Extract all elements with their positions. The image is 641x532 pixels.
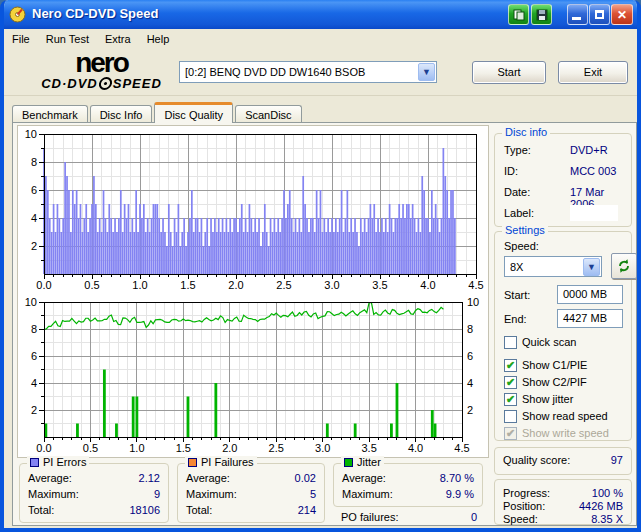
app-icon bbox=[9, 6, 26, 23]
stat-row-value: 2.12 bbox=[139, 472, 160, 487]
settings-title: Settings bbox=[502, 224, 548, 236]
maximize-button[interactable] bbox=[589, 4, 610, 25]
svg-text:6: 6 bbox=[467, 350, 473, 362]
jitter-pif-chart: 0.00.51.01.52.02.53.03.54.04.52468102468… bbox=[18, 294, 488, 457]
menu-item-extra[interactable]: Extra bbox=[97, 31, 139, 47]
settings-box: Settings Speed: 8X ▼ Start: 0000 MB End:… bbox=[494, 231, 632, 441]
svg-text:10: 10 bbox=[467, 296, 479, 308]
checkbox-show-read-speed[interactable]: Show read speed bbox=[504, 409, 608, 423]
stat-row-value: 18106 bbox=[129, 504, 160, 519]
svg-text:4: 4 bbox=[31, 212, 37, 224]
disc-info-row: Type:DVD+R bbox=[504, 144, 622, 159]
checkbox-box: ✔ bbox=[504, 376, 517, 389]
save-button[interactable] bbox=[531, 4, 552, 25]
checkbox-box: ✔ bbox=[504, 427, 517, 440]
pi-failures-box: PI Failures Average:0.02Maximum:5Total:2… bbox=[177, 463, 325, 523]
checkbox-label: Show read speed bbox=[522, 410, 608, 422]
pi-failures-title: PI Failures bbox=[201, 456, 254, 468]
disc-info-row: Date:17 Mar 2006 bbox=[504, 186, 622, 201]
checkbox-box: ✔ bbox=[504, 359, 517, 372]
svg-text:4.0: 4.0 bbox=[420, 279, 435, 291]
svg-text:0.0: 0.0 bbox=[36, 442, 51, 454]
checkbox-label: Quick scan bbox=[522, 336, 576, 348]
tab-benchmark[interactable]: Benchmark bbox=[12, 105, 88, 123]
menu-item-file[interactable]: File bbox=[4, 31, 38, 47]
svg-text:0.5: 0.5 bbox=[83, 442, 98, 454]
chevron-down-icon[interactable]: ▼ bbox=[418, 63, 435, 81]
checkbox-label: Show write speed bbox=[522, 427, 609, 439]
stat-row: Total:18106 bbox=[28, 504, 160, 519]
checkbox-quick-scan[interactable]: Quick scan bbox=[504, 335, 576, 349]
maximize-icon bbox=[595, 10, 604, 19]
svg-text:3.5: 3.5 bbox=[361, 442, 376, 454]
save-icon bbox=[536, 9, 548, 21]
tab-disc-info[interactable]: Disc Info bbox=[90, 105, 153, 123]
stat-row-value: 214 bbox=[298, 504, 316, 519]
close-button[interactable]: ✕ bbox=[611, 4, 633, 25]
progress-row: Speed:8.35 X bbox=[503, 513, 623, 528]
checkbox-show-jitter[interactable]: ✔Show jitter bbox=[504, 392, 573, 406]
quality-score-value: 97 bbox=[611, 454, 623, 469]
disc-info-row-label: Date: bbox=[504, 186, 530, 201]
svg-text:1.0: 1.0 bbox=[129, 442, 144, 454]
check-icon: ✔ bbox=[506, 428, 515, 439]
speed-select[interactable]: 8X ▼ bbox=[504, 256, 602, 277]
disc-quality-tab-panel: 0.00.51.01.52.02.53.03.54.04.5246810 0.0… bbox=[12, 122, 637, 526]
stat-row-label: Total: bbox=[28, 504, 54, 519]
header: nero CD·DVDSPEED [0:2] BENQ DVD DD DW164… bbox=[4, 48, 637, 96]
tab-disc-quality[interactable]: Disc Quality bbox=[154, 102, 233, 123]
stat-row-value: 0.02 bbox=[295, 472, 316, 487]
checkbox-label: Show C2/PIF bbox=[522, 376, 587, 388]
progress-row-label: Speed: bbox=[503, 513, 538, 528]
chart-area: 0.00.51.01.52.02.53.03.54.04.5246810 0.0… bbox=[17, 125, 489, 458]
copy-button[interactable] bbox=[508, 4, 529, 25]
refresh-button[interactable] bbox=[611, 253, 637, 279]
quality-score-box: Quality score: 97 bbox=[494, 447, 632, 475]
scan-start-field[interactable]: 0000 MB bbox=[557, 285, 623, 304]
svg-text:4.0: 4.0 bbox=[408, 442, 423, 454]
minimize-button[interactable] bbox=[567, 4, 588, 25]
svg-text:2.5: 2.5 bbox=[269, 442, 284, 454]
svg-text:1.5: 1.5 bbox=[176, 442, 191, 454]
exit-button[interactable]: Exit bbox=[558, 61, 628, 84]
start-button[interactable]: Start bbox=[472, 61, 546, 84]
stat-row-label: Average: bbox=[28, 472, 72, 487]
menu-item-run-test[interactable]: Run Test bbox=[38, 31, 97, 47]
tab-strip: BenchmarkDisc InfoDisc QualityScanDisc bbox=[12, 103, 304, 123]
tab-scandisc[interactable]: ScanDisc bbox=[235, 105, 301, 123]
disc-info-row-value: DVD+R bbox=[570, 144, 608, 156]
scan-start-label: Start: bbox=[504, 289, 530, 301]
stat-row: Average:2.12 bbox=[28, 472, 160, 487]
svg-text:0.5: 0.5 bbox=[84, 279, 99, 291]
svg-text:2: 2 bbox=[31, 240, 37, 252]
stat-row-value: 8.70 % bbox=[440, 472, 474, 487]
stat-row-label: Maximum: bbox=[342, 488, 393, 503]
svg-text:10: 10 bbox=[25, 296, 37, 308]
checkbox-show-c2-pif[interactable]: ✔Show C2/PIF bbox=[504, 375, 587, 389]
disc-info-row-label: ID: bbox=[504, 165, 518, 180]
menu-item-help[interactable]: Help bbox=[139, 31, 178, 47]
speed-select-value: 8X bbox=[505, 261, 583, 273]
copy-icon bbox=[513, 9, 525, 21]
logo-text-cddvd: CD·DVD bbox=[41, 76, 98, 91]
svg-text:6: 6 bbox=[31, 184, 37, 196]
checkbox-show-c1-pie[interactable]: ✔Show C1/PIE bbox=[504, 358, 587, 372]
jitter-box: Jitter Average:8.70 %Maximum:9.9 % bbox=[333, 463, 483, 507]
close-icon: ✕ bbox=[617, 9, 627, 21]
nero-logo: nero CD·DVDSPEED bbox=[34, 50, 169, 91]
svg-text:3.0: 3.0 bbox=[315, 442, 330, 454]
window-title: Nero CD-DVD Speed bbox=[32, 6, 158, 21]
stat-row-label: Average: bbox=[186, 472, 230, 487]
jitter-legend-swatch bbox=[344, 458, 353, 467]
scan-end-field[interactable]: 4427 MB bbox=[557, 309, 623, 328]
stat-row-label: Maximum: bbox=[186, 488, 237, 503]
speed-chevron-down-icon[interactable]: ▼ bbox=[583, 258, 600, 276]
svg-text:8: 8 bbox=[31, 156, 37, 168]
disc-icon bbox=[98, 77, 113, 90]
drive-select[interactable]: [0:2] BENQ DVD DD DW1640 BSOB ▼ bbox=[179, 61, 437, 83]
check-icon: ✔ bbox=[506, 377, 515, 388]
svg-text:4: 4 bbox=[31, 377, 37, 389]
stat-row-label: Maximum: bbox=[28, 488, 79, 503]
disc-info-box: Disc info Type:DVD+RID:MCC 003Date:17 Ma… bbox=[494, 133, 632, 227]
stat-row-value: 9.9 % bbox=[446, 488, 474, 503]
